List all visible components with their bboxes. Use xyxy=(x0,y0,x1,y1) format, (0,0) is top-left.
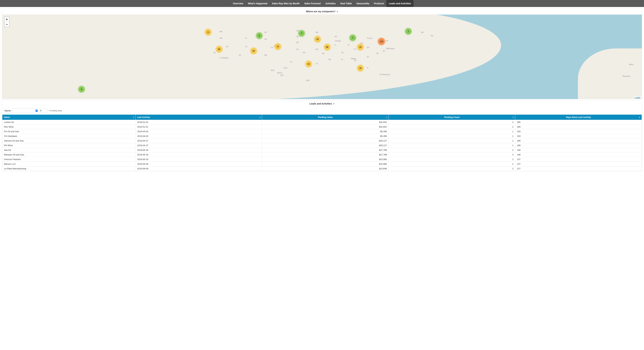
pending-value-suffix: < Pending Value: xyxy=(49,110,62,112)
nav-tab-leads-and-activities[interactable]: Leads and Activities xyxy=(386,0,414,7)
column-header-label: Pending Count xyxy=(444,116,460,118)
filter-row: Name: < Pending Value: xyxy=(2,107,642,115)
nav-tab-deal-table[interactable]: Deal Table xyxy=(338,0,354,7)
map-label: Toronto xyxy=(367,37,372,39)
map-cluster[interactable]: 68 xyxy=(324,44,330,50)
nav-tab-seasonality[interactable]: Seasonality xyxy=(354,0,372,7)
map-cluster[interactable]: 11 xyxy=(205,29,211,35)
map-cluster[interactable]: 43 xyxy=(315,36,320,42)
map-label: FL xyxy=(367,67,369,69)
land-north-america xyxy=(2,14,501,99)
column-header-pending-count[interactable]: Pending Count⇅ xyxy=(388,115,515,120)
map-label: SC xyxy=(367,56,369,58)
column-header-last-activity[interactable]: Last Activity⇅ xyxy=(136,115,262,120)
cell-last: 2019-01-01 xyxy=(136,125,262,129)
table-row[interactable]: Maroon LLC2019-05-29$10,5802137 xyxy=(2,162,642,166)
map-cluster[interactable]: 5 xyxy=(256,33,262,38)
map-label: ZAC xyxy=(280,74,284,76)
sort-icon: ⇅ xyxy=(259,116,260,118)
map-label: WV xyxy=(367,47,370,48)
map-label: WI xyxy=(335,36,337,37)
map-label: AR xyxy=(322,52,324,54)
table-row[interactable]: Omicron Partners2019-05-29$10,5802137 xyxy=(2,157,642,162)
cell-name: Omicron Partners xyxy=(2,157,136,162)
map-cluster[interactable]: 29 xyxy=(216,46,222,52)
map-label: Chicago xyxy=(335,40,341,42)
cell-pc: 1 xyxy=(388,143,515,148)
map-label: GA xyxy=(354,59,356,61)
cell-pc: 1 xyxy=(388,134,515,138)
nav-tab-activities[interactable]: Activities xyxy=(323,0,338,7)
map-label: NY xyxy=(386,40,388,42)
cell-pv: $10,580 xyxy=(262,162,389,166)
map-label: WA xyxy=(220,31,222,32)
map-label: WY xyxy=(264,38,267,40)
table-row[interactable]: Lhotse AS2019-01-01$32,8322285 xyxy=(2,120,642,125)
cell-days: 193 xyxy=(515,134,642,138)
cell-pv: $32,832 xyxy=(262,120,389,125)
map-cluster[interactable]: 43 xyxy=(358,44,363,50)
pending-value-checkbox[interactable] xyxy=(36,110,38,112)
cell-pc: 2 xyxy=(388,120,515,125)
map-cluster[interactable]: 114 xyxy=(378,38,384,45)
map-label: MO xyxy=(316,48,318,50)
caret-down-icon xyxy=(333,103,334,104)
cell-last: 2019-04-03 xyxy=(136,134,262,138)
zoom-in-button[interactable]: + xyxy=(4,17,9,22)
cell-days: 148 xyxy=(515,148,642,152)
map-label: OR xyxy=(220,37,222,39)
map-cluster[interactable]: 17 xyxy=(275,44,281,49)
table-row[interactable]: Phi Wind2019-04-27$29,1271169 xyxy=(2,143,642,148)
nav-tab-sales-rep-won-by-month[interactable]: Sales Rep Won by Month xyxy=(270,0,302,7)
table-row[interactable]: Chi Hardware2019-04-03$5,2901193 xyxy=(2,134,642,138)
cell-pc: 3 xyxy=(388,148,515,152)
column-header-label: Last Activity xyxy=(137,116,150,118)
table-row[interactable]: Iota AS2019-05-18$27,7883148 xyxy=(2,148,642,152)
leads-panel: Leads and Activities Name: < Pending Val… xyxy=(2,100,642,171)
column-header-name[interactable]: Name⇅ xyxy=(2,115,136,120)
map-cluster[interactable]: 10 xyxy=(251,48,256,54)
nav-tab-what-s-happened[interactable]: What's Happened xyxy=(246,0,270,7)
cell-name: Manaslu Oil and Gas xyxy=(2,152,136,157)
map-label: TN xyxy=(341,52,344,53)
map-label: ID xyxy=(245,37,247,39)
cell-name: Lhotse AS xyxy=(2,120,136,125)
map-cluster[interactable]: 19 xyxy=(358,65,363,71)
cell-days: 137 xyxy=(515,157,642,162)
map-attribution-link[interactable]: Leaflet xyxy=(634,96,641,99)
map-label: IN xyxy=(348,44,349,46)
table-row[interactable]: La Plata Manufacturing2019-06-08$23,8362… xyxy=(2,166,642,171)
column-header-pending-value[interactable]: Pending Value⇅ xyxy=(262,115,389,120)
cell-pc: 1 xyxy=(388,138,515,143)
map-cluster[interactable]: 1 xyxy=(406,28,411,34)
pending-value-input[interactable] xyxy=(39,109,47,113)
map-label: Mexico xyxy=(277,72,282,74)
map-cluster[interactable]: 7 xyxy=(299,30,304,36)
nav-tab-products[interactable]: Products xyxy=(372,0,386,7)
map-label: ND xyxy=(296,30,299,32)
column-header-label: Days Since Last Activity xyxy=(566,116,591,118)
leads-panel-title-text: Leads and Activities xyxy=(310,102,332,105)
cell-days: 169 xyxy=(515,143,642,148)
cell-pv: $27,788 xyxy=(262,152,389,157)
table-row[interactable]: Gamma Oil and Gas2019-04-27$29,1271169 xyxy=(2,138,642,143)
table-row[interactable]: Rho Wind2019-01-01$32,8322285 xyxy=(2,125,642,129)
map-cluster[interactable]: 7 xyxy=(350,35,356,41)
map[interactable]: WAORIDMTNDSDMNWIMITorontoNBNSNYPAWashing… xyxy=(2,14,642,99)
nav-tab-overview[interactable]: Overview xyxy=(230,0,246,7)
name-filter-input[interactable] xyxy=(12,108,34,113)
cell-pv: $5,290 xyxy=(262,134,389,138)
nav-tab-sales-forecast[interactable]: Sales Forecast xyxy=(302,0,323,7)
table-row[interactable]: Psi Oil and Gas2019-04-03$5,2901193 xyxy=(2,129,642,134)
sort-icon: ⇅ xyxy=(386,116,387,118)
map-label: LA xyxy=(316,63,318,64)
cell-days: 285 xyxy=(515,120,642,125)
table-row[interactable]: Manaslu Oil and Gas2019-05-18$27,7883148 xyxy=(2,152,642,157)
cell-last: 2019-04-03 xyxy=(136,129,262,134)
map-panel-title[interactable]: Where are my companies? xyxy=(2,8,642,14)
map-cluster[interactable]: 4 xyxy=(79,86,84,92)
leads-panel-title[interactable]: Leads and Activities xyxy=(2,101,642,107)
zoom-out-button[interactable]: − xyxy=(4,22,9,27)
column-header-days-since-last-activity[interactable]: Days Since Last Activity▼ xyxy=(515,115,642,120)
map-cluster[interactable]: 15 xyxy=(306,61,312,67)
